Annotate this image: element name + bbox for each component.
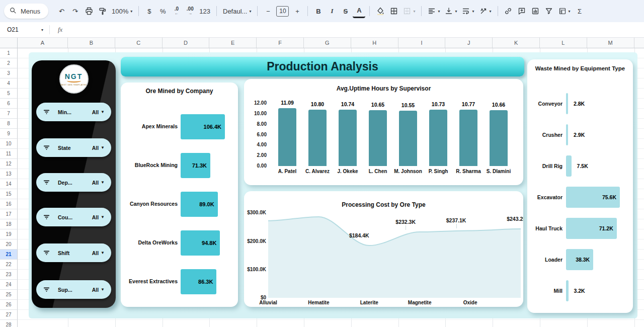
- row-header-20[interactable]: 20: [0, 239, 18, 250]
- paint-format-button[interactable]: [96, 4, 109, 18]
- column-header-F[interactable]: F: [257, 38, 304, 48]
- row-header-14[interactable]: 14: [0, 179, 18, 189]
- row-header-2[interactable]: 2: [0, 58, 18, 68]
- row-header-24[interactable]: 24: [0, 280, 18, 290]
- row-header-15[interactable]: 15: [0, 189, 18, 199]
- filter-slicer-cou[interactable]: Cou...All▼: [36, 208, 111, 226]
- vertical-align-button[interactable]: ▾: [443, 4, 459, 18]
- undo-button[interactable]: ↶: [55, 4, 68, 18]
- row-header-26[interactable]: 26: [0, 300, 18, 310]
- row-header-21[interactable]: 21: [0, 250, 18, 260]
- waste-bar: [566, 93, 568, 114]
- column-header-J[interactable]: J: [445, 38, 493, 48]
- row-header-22[interactable]: 22: [0, 260, 18, 270]
- column-header-E[interactable]: E: [209, 38, 257, 48]
- gridline: [18, 319, 644, 320]
- row-header-3[interactable]: 3: [0, 68, 18, 78]
- ore-mined-by-company-chart[interactable]: Ore Mined by Company Apex Minerals106.4K…: [121, 83, 238, 307]
- format-currency-button[interactable]: $: [143, 4, 155, 18]
- functions-button[interactable]: Σ: [574, 4, 586, 18]
- font-size-input[interactable]: 10: [276, 6, 289, 17]
- table-icon: [558, 7, 567, 15]
- column-header-H[interactable]: H: [351, 38, 398, 48]
- insert-chart-button[interactable]: [529, 4, 542, 18]
- column-header-L[interactable]: L: [540, 38, 587, 48]
- increase-decimal-button[interactable]: .00→: [184, 4, 196, 18]
- italic-button[interactable]: I: [326, 4, 338, 18]
- create-filter-button[interactable]: [543, 4, 555, 18]
- filter-slicer-state[interactable]: StateAll▼: [36, 138, 111, 157]
- row-header-7[interactable]: 7: [0, 109, 18, 119]
- row-header-6[interactable]: 6: [0, 99, 18, 109]
- row-header-13[interactable]: 13: [0, 169, 18, 179]
- row-header-27[interactable]: 27: [0, 310, 18, 320]
- row-header-10[interactable]: 10: [0, 139, 18, 149]
- borders-button[interactable]: [387, 4, 400, 18]
- column-header-partial[interactable]: [634, 38, 644, 48]
- text-rotation-button[interactable]: ▾: [477, 4, 494, 18]
- row-header-17[interactable]: 17: [0, 209, 18, 219]
- select-all-corner[interactable]: [0, 38, 18, 48]
- ore-bar: 106.4K: [181, 114, 225, 139]
- text-wrap-button[interactable]: ▾: [460, 4, 476, 18]
- row-header-11[interactable]: 11: [0, 149, 18, 159]
- insert-link-button[interactable]: [502, 4, 515, 18]
- column-header-A[interactable]: A: [18, 38, 68, 48]
- column-header-C[interactable]: C: [115, 38, 163, 48]
- row-header-4[interactable]: 4: [0, 78, 18, 89]
- column-header-D[interactable]: D: [163, 38, 210, 48]
- avg-uptime-by-supervisor-chart[interactable]: Avg.Uptime Hours by Supervisor 12.0010.0…: [244, 79, 523, 185]
- menus-button[interactable]: Menus: [4, 4, 48, 19]
- print-button[interactable]: [83, 4, 95, 18]
- filter-slicer-dep[interactable]: Dep...All▼: [36, 173, 111, 192]
- chevron-down-icon: ▾: [490, 9, 492, 14]
- row-header-8[interactable]: 8: [0, 119, 18, 129]
- more-formats-button[interactable]: 123: [197, 4, 212, 18]
- y-tick-label: 4.00: [244, 142, 267, 147]
- x-tick-label: Hematite: [298, 300, 339, 305]
- fill-color-button[interactable]: [374, 4, 386, 18]
- chevron-down-icon: ▼: [101, 110, 105, 114]
- row-header-1[interactable]: 1: [0, 48, 18, 58]
- zoom-select-label: 100%: [112, 8, 128, 15]
- row-header-16[interactable]: 16: [0, 199, 18, 209]
- table-views-button[interactable]: ▾: [556, 4, 573, 18]
- font-select[interactable]: Defaul...▾: [221, 4, 253, 18]
- merge-cells-button[interactable]: ▾: [401, 4, 417, 18]
- row-header-9[interactable]: 9: [0, 129, 18, 139]
- row-header-28[interactable]: 28: [0, 320, 18, 327]
- row-header-5[interactable]: 5: [0, 89, 18, 99]
- strikethrough-button[interactable]: S: [339, 4, 352, 18]
- row-header-18[interactable]: 18: [0, 219, 18, 229]
- filter-slicer-min[interactable]: Min...All▼: [36, 103, 111, 121]
- column-header-G[interactable]: G: [304, 38, 351, 48]
- uptime-bar: [369, 110, 387, 166]
- redo-button[interactable]: ↷: [69, 4, 82, 18]
- increase-font-size-button[interactable]: +: [291, 4, 303, 18]
- format-percent-button[interactable]: %: [156, 4, 169, 18]
- row-header-19[interactable]: 19: [0, 229, 18, 239]
- column-header-M[interactable]: M: [587, 38, 634, 48]
- dashboard-title-banner: Production Analysis: [121, 57, 524, 76]
- paint-roller-icon: [99, 7, 107, 15]
- processing-cost-by-ore-type-chart[interactable]: Processing Cost by Ore Type $300.0K$200.…: [244, 191, 523, 307]
- name-box[interactable]: O21 ▾: [0, 26, 43, 33]
- bold-button[interactable]: B: [312, 4, 325, 18]
- toolbar-divider: [498, 6, 498, 16]
- waste-mined-by-equipment-type-chart[interactable]: Waste Mined by Equipment Type Conveyor2.…: [527, 59, 633, 313]
- filter-slicer-sup[interactable]: Sup...All▼: [36, 280, 111, 299]
- text-color-button[interactable]: A: [353, 4, 365, 18]
- column-header-K[interactable]: K: [493, 38, 540, 48]
- column-header-B[interactable]: B: [68, 38, 115, 48]
- insert-comment-button[interactable]: [516, 4, 528, 18]
- filter-slicer-shift[interactable]: ShiftAll▼: [36, 243, 111, 262]
- horizontal-align-button[interactable]: ▾: [426, 4, 442, 18]
- y-tick-label: 2.00: [244, 152, 267, 158]
- row-header-23[interactable]: 23: [0, 270, 18, 280]
- row-header-12[interactable]: 12: [0, 159, 18, 169]
- decrease-font-size-button[interactable]: −: [262, 4, 274, 18]
- row-header-25[interactable]: 25: [0, 290, 18, 300]
- decrease-decimal-button[interactable]: .0←: [170, 4, 183, 18]
- zoom-select[interactable]: 100%▾: [110, 4, 134, 18]
- column-header-I[interactable]: I: [398, 38, 446, 48]
